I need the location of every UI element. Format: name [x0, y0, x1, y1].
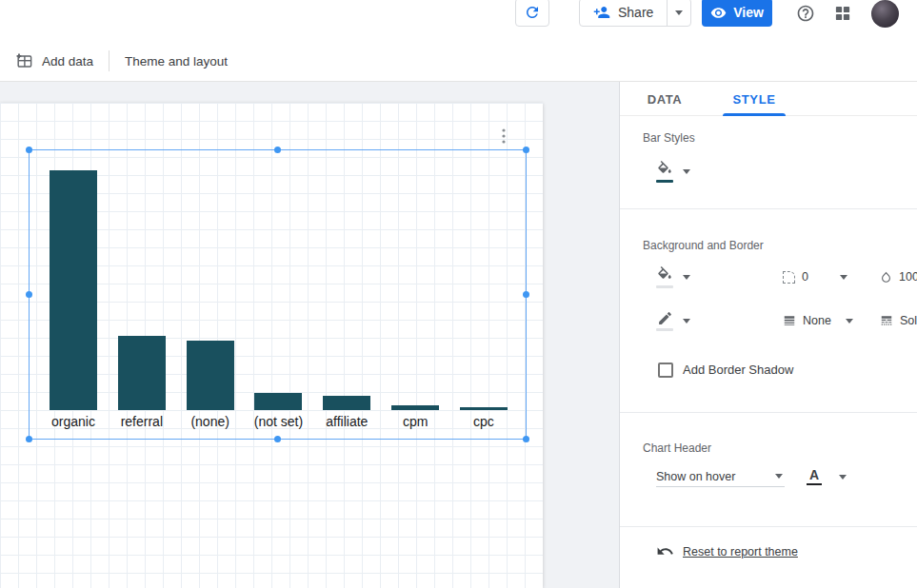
border-style-value: Solid [900, 314, 917, 327]
paint-bucket-icon [656, 266, 673, 284]
bar-fill-color-picker[interactable] [656, 161, 690, 183]
properties-panel: DATA STYLE Bar Styles Backgrou [619, 82, 917, 588]
bar-label: (none) [190, 410, 229, 435]
bar-series: organicreferral(none)(not set)affiliatec… [50, 150, 508, 435]
refresh-button[interactable] [515, 0, 549, 27]
bar[interactable] [187, 341, 234, 410]
app-window: Share View [0, 0, 917, 588]
bar-label: referral [121, 410, 163, 435]
bar-styles-title: Bar Styles [643, 131, 695, 145]
workspace: organicreferral(none)(not set)affiliatec… [0, 82, 917, 588]
share-split-button: Share [579, 0, 691, 27]
bar-slot: referral [118, 150, 166, 435]
bar-label: organic [51, 410, 95, 435]
theme-and-layout-label: Theme and layout [125, 54, 228, 69]
background-color-picker[interactable] [656, 266, 690, 288]
border-style-select[interactable]: Solid [880, 314, 917, 327]
chart-header-visibility-value: Show on hover [656, 470, 735, 483]
bar-label: cpm [403, 410, 428, 435]
share-button[interactable]: Share [580, 0, 667, 26]
apps-grid-icon [835, 6, 850, 21]
theme-and-layout-button[interactable]: Theme and layout [125, 54, 228, 69]
tab-data[interactable]: DATA [620, 82, 709, 116]
dropdown-caret-icon [840, 275, 847, 280]
background-color-underline [656, 285, 673, 288]
dropdown-caret-icon [839, 475, 847, 480]
dropdown-caret-icon [683, 319, 690, 323]
share-label: Share [618, 5, 653, 20]
chart-header-title: Chart Header [643, 441, 711, 455]
apps-grid-button[interactable] [830, 1, 855, 26]
bar-label: affiliate [326, 410, 368, 435]
kebab-menu-icon[interactable] [496, 127, 511, 145]
tab-style[interactable]: STYLE [709, 82, 799, 116]
corner-radius-icon [783, 271, 795, 284]
bar[interactable] [50, 170, 97, 410]
bar[interactable] [118, 336, 166, 410]
top-bar: Share View [0, 0, 917, 41]
section-divider [620, 412, 917, 413]
help-button[interactable] [793, 1, 818, 26]
selection-handle[interactable] [274, 436, 281, 442]
chart-header-font-color-picker[interactable]: A [807, 468, 822, 486]
border-color-picker[interactable] [656, 310, 690, 331]
dropdown-caret-icon [846, 319, 853, 323]
border-shadow-label: Add Border Shadow [683, 363, 793, 377]
paint-bucket-icon [656, 161, 673, 178]
bar[interactable] [323, 396, 370, 410]
panel-tabs: DATA STYLE [620, 82, 917, 116]
selection-handle[interactable] [523, 147, 529, 153]
bar-slot: cpm [391, 150, 439, 435]
opacity-icon [880, 271, 892, 284]
corner-radius-select[interactable]: 0 [783, 270, 847, 284]
bar-slot: (not set) [254, 150, 302, 435]
selection-handle[interactable] [26, 147, 32, 153]
view-button[interactable]: View [702, 0, 772, 27]
background-border-title: Background and Border [643, 239, 764, 252]
help-icon [796, 4, 815, 23]
selection-handle[interactable] [523, 291, 529, 298]
bar[interactable] [254, 393, 302, 410]
opacity-select[interactable]: 100% [880, 270, 917, 284]
refresh-icon [524, 4, 541, 21]
eye-icon [710, 5, 727, 21]
section-divider [620, 208, 917, 209]
selection-handle[interactable] [26, 291, 32, 298]
bar-slot: (none) [187, 150, 234, 435]
bar-label: (not set) [254, 410, 303, 435]
dropdown-caret-icon [683, 275, 690, 280]
corner-radius-value: 0 [802, 270, 808, 284]
border-color-pencil-icon [657, 310, 673, 326]
add-data-icon [15, 52, 33, 70]
font-color-letter: A [809, 468, 819, 482]
avatar[interactable] [871, 0, 899, 28]
share-dropdown-button[interactable] [668, 0, 690, 26]
undo-icon [656, 542, 674, 560]
border-color-underline [656, 328, 673, 331]
selected-bar-chart[interactable]: organicreferral(none)(not set)affiliatec… [29, 149, 527, 440]
selection-handle[interactable] [26, 436, 32, 442]
selection-handle[interactable] [274, 147, 281, 153]
dropdown-caret-icon [683, 169, 690, 174]
bar-slot: organic [50, 150, 97, 435]
font-color-underline [807, 483, 822, 486]
line-style-icon [880, 314, 893, 327]
bar-slot: affiliate [323, 150, 370, 435]
dropdown-caret-icon [675, 10, 683, 15]
reset-to-theme-label: Reset to report theme [683, 545, 798, 559]
view-label: View [733, 5, 764, 20]
chart-header-visibility-select[interactable]: Show on hover [656, 466, 785, 487]
add-data-button[interactable]: Add data [15, 52, 93, 70]
opacity-value: 100% [899, 270, 917, 284]
person-add-icon [593, 4, 610, 21]
reset-to-theme-button[interactable]: Reset to report theme [656, 542, 798, 560]
bar-label: cpc [473, 410, 494, 435]
report-canvas[interactable]: organicreferral(none)(not set)affiliatec… [0, 103, 543, 588]
border-weight-value: None [803, 314, 831, 327]
bar-slot: cpc [460, 150, 508, 435]
selection-handle[interactable] [523, 436, 529, 442]
toolbar-separator [109, 50, 110, 71]
border-shadow-checkbox[interactable] [658, 363, 673, 378]
border-weight-select[interactable]: None [783, 314, 853, 327]
toolbar: Add data Theme and layout [0, 41, 917, 82]
